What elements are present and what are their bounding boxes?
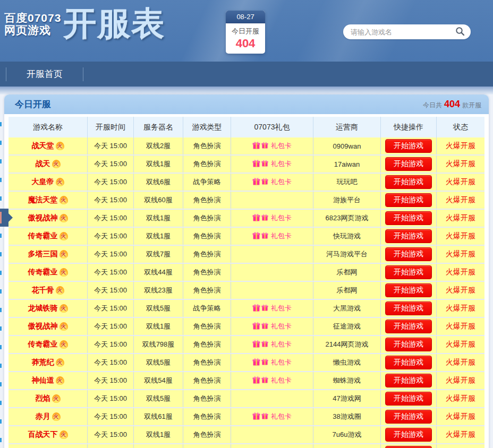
gift-link[interactable]: 礼包卡 (252, 141, 292, 151)
gift-icon (252, 304, 260, 313)
gift-label: 礼包卡 (271, 304, 292, 313)
table-row: 百战天下 火 今天 15:00 双线1服 角色扮演 (8, 426, 484, 444)
gift-link[interactable]: 礼包卡 (252, 412, 292, 421)
operator: 游族平台 (313, 192, 381, 209)
game-name-link[interactable]: 莽荒纪 火 (32, 358, 64, 367)
gift-link[interactable]: 礼包卡 (252, 340, 292, 349)
status-label: 火爆开服 (437, 137, 484, 154)
server-name: 双线1服 (134, 156, 183, 173)
start-game-button[interactable]: 开始游戏 (385, 320, 432, 333)
search-button[interactable] (455, 24, 471, 39)
game-name-link[interactable]: 百战天下 火 (28, 430, 68, 440)
gift-link[interactable]: 礼包卡 (252, 159, 292, 169)
start-game-button[interactable]: 开始游戏 (385, 338, 432, 351)
gift-link[interactable]: 礼包卡 (252, 177, 292, 187)
start-game-button[interactable]: 开始游戏 (385, 247, 432, 261)
game-name: 大皇帝 (32, 177, 54, 187)
game-name-link[interactable]: 多塔三国 火 (28, 249, 68, 259)
game-name-link[interactable]: 传奇霸业 火 (28, 268, 68, 277)
game-name: 多塔三国 (28, 249, 58, 259)
game-name-link[interactable]: 花千骨 火 (32, 286, 64, 295)
table-row: 多塔三国 火 今天 15:00 双线7服 角色扮演 (8, 246, 484, 264)
game-name-link[interactable]: 传奇霸业 火 (28, 231, 68, 241)
search-input[interactable] (343, 28, 455, 36)
gift-link[interactable]: 礼包卡 (252, 231, 292, 241)
today-date-badge[interactable]: 08-27 今日开服 404 (226, 11, 265, 54)
game-name-link[interactable]: 傲视战神 火 (28, 213, 68, 223)
game-name-link[interactable]: 魔法天堂 火 (28, 195, 68, 205)
table-row: 传奇霸业 火 今天 15:00 双线44服 角色扮演 (8, 264, 484, 282)
start-game-button[interactable]: 开始游戏 (385, 211, 432, 225)
start-game-button[interactable]: 开始游戏 (385, 301, 432, 315)
game-name-link[interactable]: 烈焰 火 (36, 394, 61, 403)
col-gift: 07073礼包 (231, 117, 313, 137)
game-type: 角色扮演 (183, 318, 231, 335)
start-game-button[interactable]: 开始游戏 (385, 392, 432, 406)
start-game-button[interactable]: 开始游戏 (385, 428, 432, 442)
start-game-button[interactable]: 开始游戏 (385, 157, 432, 171)
open-time: 今天 15:00 (88, 156, 134, 173)
game-name-link[interactable]: 大皇帝 火 (32, 177, 64, 187)
gift-link[interactable]: 礼包卡 (252, 376, 292, 385)
gift-icon (252, 358, 260, 367)
nav-item-home[interactable]: 开服首页 (6, 62, 83, 87)
start-game-button[interactable]: 开始游戏 (385, 229, 432, 243)
game-name-link[interactable]: 战天堂 火 (32, 141, 64, 151)
gift-icon (261, 178, 268, 186)
game-type: 角色扮演 (183, 156, 231, 173)
start-game-button[interactable]: 开始游戏 (385, 193, 432, 207)
start-game-button[interactable]: 开始游戏 (385, 175, 432, 189)
start-game-button[interactable]: 开始游戏 (385, 139, 432, 153)
open-time: 今天 15:00 (88, 192, 134, 209)
operator: 17aiwan (313, 156, 381, 173)
game-name-link[interactable]: 赤月 火 (36, 412, 61, 421)
status-label: 火爆开服 (437, 390, 484, 407)
operator: 2144网页游戏 (313, 336, 381, 353)
operator: 征途游戏 (313, 318, 381, 335)
fire-icon: 火 (56, 178, 64, 186)
game-name-link[interactable]: 傲视战神 火 (28, 322, 68, 331)
status-label: 火爆开服 (437, 210, 484, 227)
game-type: 角色扮演 (183, 372, 231, 389)
table-row: 战天 火 今天 15:00 双线1服 角色扮演 (8, 156, 484, 174)
game-name: 赤月 (36, 412, 50, 421)
summary-suffix: 款开服 (462, 101, 481, 110)
game-type: 角色扮演 (183, 246, 231, 263)
table-row: 魔法天堂 火 今天 15:00 双线60服 角色扮演 (8, 192, 484, 210)
site-logo[interactable]: 百度07073 网页游戏 开服表 (4, 7, 165, 39)
gift-link[interactable]: 礼包卡 (252, 358, 292, 367)
side-arrow-tab[interactable] (0, 209, 8, 227)
gift-label: 礼包卡 (271, 340, 292, 349)
start-game-button[interactable]: 开始游戏 (385, 265, 432, 279)
operator: 玩玩吧 (313, 174, 381, 191)
gift-link[interactable]: 礼包卡 (252, 304, 292, 313)
open-time: 今天 15:00 (88, 282, 134, 299)
start-game-button[interactable]: 开始游戏 (385, 283, 432, 297)
server-name (134, 444, 183, 448)
table-header-row: 游戏名称 开服时间 服务器名 游戏类型 07073礼包 运营商 快捷操作 状态 (8, 117, 484, 137)
status-label: 火爆开服 (437, 174, 484, 191)
table-row: 传奇霸业 火 今天 15:00 双线1服 角色扮演 (8, 228, 484, 246)
table-row: 傲视战神 火 今天 15:00 双线1服 角色扮演 (8, 210, 484, 228)
start-game-button[interactable]: 开始游戏 (385, 356, 432, 369)
fire-icon: 火 (60, 250, 68, 259)
game-type: 角色扮演 (183, 210, 231, 227)
game-name-link[interactable]: 战天 火 (36, 159, 61, 169)
start-game-button[interactable]: 开始游戏 (385, 374, 432, 387)
panel-title: 今日开服 (15, 98, 51, 110)
gift-icon (261, 232, 268, 240)
gift-link[interactable]: 礼包卡 (252, 213, 292, 223)
gift-link[interactable]: 礼包卡 (252, 322, 292, 331)
status-label: 火爆开服 (437, 426, 484, 443)
server-name: 双线5服 (134, 390, 183, 407)
open-time: 今天 15:00 (88, 137, 134, 154)
open-time: 今天 15:00 (88, 246, 134, 263)
game-name-link[interactable]: 龙城铁骑 火 (28, 304, 68, 313)
gift-icon (252, 213, 260, 223)
gift-icon (261, 214, 268, 222)
game-name-link[interactable]: 传奇霸业 火 (28, 340, 68, 349)
start-game-button[interactable]: 开始游戏 (385, 410, 432, 424)
start-game-button[interactable]: 开始游戏 (385, 446, 432, 448)
game-name: 花千骨 (32, 286, 54, 295)
game-name-link[interactable]: 神仙道 火 (32, 376, 64, 385)
